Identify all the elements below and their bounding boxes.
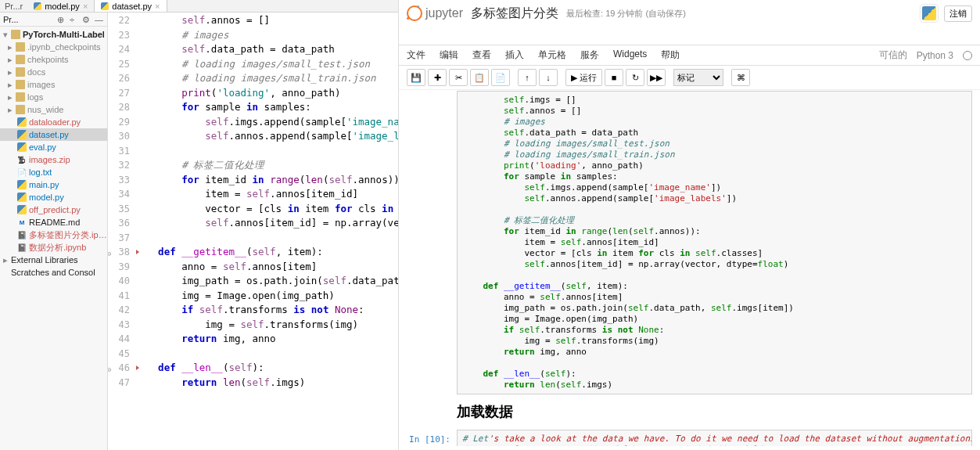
line-number[interactable]: 29 <box>108 115 135 130</box>
project-header: Pr... ⊕ ÷ ⚙ — <box>0 13 107 27</box>
cut-button[interactable]: ✂ <box>449 69 468 86</box>
python-icon <box>921 5 938 22</box>
menu-file[interactable]: 文件 <box>407 49 425 62</box>
line-number[interactable]: 26 <box>108 71 135 86</box>
move-up-button[interactable]: ↑ <box>518 69 537 86</box>
jupyter-header: jupyter 多标签图片分类 最后检查: 19 分钟前 (自动保存) 注销 <box>399 0 980 45</box>
jupyter-toolbar: 💾 ✚ ✂ 📋 📄 ↑ ↓ ▶ 运行 ■ ↻ ▶▶ 标记 ⌘ <box>399 66 980 90</box>
code-editor[interactable]: 2223242526272829303132333435363738394041… <box>108 13 398 450</box>
save-status: 最后检查: 19 分钟前 (自动保存) <box>566 8 686 20</box>
tree-folder[interactable]: ▸images <box>0 78 107 91</box>
tree-folder[interactable]: ▸docs <box>0 66 107 78</box>
line-number[interactable]: 28 <box>108 100 135 115</box>
line-number[interactable]: 39 <box>108 260 135 275</box>
tree-file[interactable]: images.zip <box>0 153 107 166</box>
line-number[interactable]: 30 <box>108 129 135 144</box>
project-panel: Pr... ⊕ ÷ ⚙ — ▾PyTorch-Multi-Label▸.ipyn… <box>0 13 108 450</box>
hide-icon[interactable]: — <box>95 15 104 24</box>
menu-edit[interactable]: 编辑 <box>440 49 458 62</box>
trusted-indicator[interactable]: 可信的 <box>879 49 907 62</box>
tab-label: model.py <box>45 2 80 11</box>
line-number[interactable]: 23 <box>108 28 135 43</box>
ide-tab-bar: Pr...r model.py× dataset.py× <box>0 0 398 13</box>
tree-file[interactable]: log.txt <box>0 166 107 178</box>
menu-widgets[interactable]: Widgets <box>613 49 647 62</box>
tree-folder[interactable]: ▸logs <box>0 91 107 103</box>
line-number[interactable]: 36 <box>108 216 135 231</box>
breadcrumb[interactable]: Pr...r <box>0 2 27 11</box>
line-number[interactable]: 38 <box>108 245 135 260</box>
close-icon[interactable]: × <box>83 2 88 11</box>
collapse-icon[interactable]: ⊕ <box>57 15 66 24</box>
tree-file[interactable]: dataloader.py <box>0 116 107 128</box>
line-number[interactable]: 35 <box>108 202 135 217</box>
line-number[interactable]: 44 <box>108 332 135 347</box>
project-label: Pr... <box>3 15 19 24</box>
line-number[interactable]: 32 <box>108 158 135 173</box>
menu-insert[interactable]: 插入 <box>505 49 524 62</box>
divide-icon[interactable]: ÷ <box>70 15 79 24</box>
stop-button[interactable]: ■ <box>605 69 623 86</box>
kernel-status-icon[interactable] <box>963 51 972 60</box>
save-button[interactable]: 💾 <box>407 69 425 86</box>
kernel-name: Python 3 <box>917 50 953 61</box>
fastforward-button[interactable]: ▶▶ <box>647 69 666 86</box>
tab-model-py[interactable]: model.py× <box>27 0 95 12</box>
cell-prompt <box>407 91 457 394</box>
line-number[interactable]: 47 <box>108 376 135 391</box>
line-number[interactable]: 40 <box>108 274 135 289</box>
tree-root[interactable]: ▾PyTorch-Multi-Label <box>0 28 107 41</box>
line-number[interactable]: 33 <box>108 173 135 188</box>
markdown-cell[interactable]: 加载数据 <box>407 398 972 426</box>
menu-kernel[interactable]: 服务 <box>580 49 599 62</box>
line-number[interactable]: 34 <box>108 187 135 202</box>
notebook-title[interactable]: 多标签图片分类 <box>471 5 558 22</box>
close-icon[interactable]: × <box>155 2 160 11</box>
line-number[interactable]: 31 <box>108 144 135 159</box>
add-cell-button[interactable]: ✚ <box>428 69 447 86</box>
python-icon <box>101 2 109 10</box>
menu-help[interactable]: 帮助 <box>661 49 680 62</box>
logout-button[interactable]: 注销 <box>944 5 972 22</box>
tree-file[interactable]: 多标签图片分类.ipynb <box>0 229 107 241</box>
line-number[interactable]: 46 <box>108 361 135 376</box>
line-number[interactable]: 43 <box>108 318 135 333</box>
tree-folder[interactable]: ▸nus_wide <box>0 103 107 116</box>
line-number[interactable]: 24 <box>108 42 135 57</box>
tree-file[interactable]: dataset.py <box>0 128 107 141</box>
tree-folder[interactable]: ▸.ipynb_checkpoints <box>0 41 107 53</box>
tree-file[interactable]: off_predict.py <box>0 203 107 216</box>
line-number[interactable]: 41 <box>108 289 135 304</box>
tree-file[interactable]: eval.py <box>0 141 107 153</box>
run-button[interactable]: ▶ 运行 <box>565 69 602 86</box>
tree-file[interactable]: README.md <box>0 216 107 229</box>
notebook-area[interactable]: self.imgs = [] self.annos = [] # images … <box>399 90 980 446</box>
tree-scratches[interactable]: Scratches and Consol <box>0 266 107 279</box>
paste-button[interactable]: 📄 <box>491 69 510 86</box>
tree-folder[interactable]: ▸chekpoints <box>0 53 107 66</box>
tab-dataset-py[interactable]: dataset.py× <box>95 0 167 12</box>
jupyter-menubar: 文件 编辑 查看 插入 单元格 服务 Widgets 帮助 可信的 Python… <box>399 45 980 66</box>
line-number[interactable]: 25 <box>108 57 135 72</box>
copy-button[interactable]: 📋 <box>470 69 489 86</box>
code-cell[interactable]: self.imgs = [] self.annos = [] # images … <box>407 90 972 394</box>
restart-button[interactable]: ↻ <box>626 69 644 86</box>
tree-file[interactable]: main.py <box>0 178 107 191</box>
celltype-select[interactable]: 标记 <box>673 69 723 86</box>
jupyter-logo[interactable]: jupyter <box>407 5 463 21</box>
command-palette-button[interactable]: ⌘ <box>731 69 750 86</box>
line-number[interactable]: 22 <box>108 13 135 28</box>
tree-external-libs[interactable]: ▸External Libraries <box>0 254 107 266</box>
line-number[interactable]: 45 <box>108 347 135 362</box>
menu-view[interactable]: 查看 <box>472 49 491 62</box>
tree-file[interactable]: 数据分析.ipynb <box>0 241 107 254</box>
menu-cell[interactable]: 单元格 <box>538 49 566 62</box>
code-cell[interactable]: In [10]:# Let's take a look at the data … <box>407 429 972 446</box>
move-down-button[interactable]: ↓ <box>539 69 558 86</box>
tree-file[interactable]: model.py <box>0 191 107 203</box>
python-icon <box>34 2 41 10</box>
gear-icon[interactable]: ⚙ <box>82 15 92 24</box>
line-number[interactable]: 42 <box>108 303 135 318</box>
line-number[interactable]: 37 <box>108 231 135 246</box>
line-number[interactable]: 27 <box>108 86 135 101</box>
